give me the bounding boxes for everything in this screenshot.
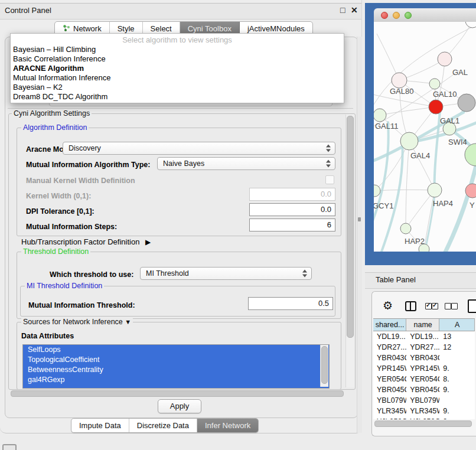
algorithm-option[interactable]: Basic Correlation Inference [11,54,344,64]
settings-hscrollbar-thumb[interactable] [11,390,344,397]
expand-right-icon[interactable]: ▶ [145,238,151,246]
table-row[interactable]: YLR345WYLR345W9. [373,406,475,416]
table-row[interactable]: YJL052CYJL052C9 [373,416,475,419]
mi-type-select[interactable]: Naive Bayes [157,157,335,170]
table-cell: YBR043C [373,353,406,363]
table-row[interactable]: YBL079WYBL079W [373,395,475,406]
network-node[interactable] [438,52,452,66]
aracne-mode-value: Discovery [69,144,101,152]
algorithm-dropdown-list: Select algorithm to view settings Bayesi… [10,33,344,103]
table-cell: YLR345W [406,406,439,416]
network-node[interactable] [374,185,380,197]
network-icon [63,24,70,34]
attributes-scrollbar-thumb[interactable] [321,346,328,384]
minimize-traffic-light-icon[interactable] [393,12,400,19]
column-header[interactable]: A [439,319,475,331]
table-cell: YBR045C [406,384,439,395]
algorithm-option[interactable]: Dream8 DC_TDC Algorithm [11,92,344,102]
tab-label: Network [73,24,102,33]
splitter-handle-icon[interactable] [358,217,361,221]
zoom-traffic-light-icon[interactable] [405,12,412,19]
attributes-scrollbar[interactable] [320,345,328,387]
table-cell: YDL19... [406,331,439,342]
network-canvas[interactable]: GALGAL80GAL10GAL1GAL11SWI4GAL4GCY1HAP4YH… [374,22,476,252]
algorithm-option[interactable]: Mutual Information Inference [11,73,344,83]
network-node[interactable] [400,223,411,234]
algorithm-option[interactable]: Bayesian – Hill Climbing [11,45,344,54]
table-hscrollbar[interactable] [374,420,472,426]
panel-splitter[interactable] [357,37,362,433]
docked-panel-icon[interactable] [2,444,17,450]
node-label: GAL11 [375,122,399,131]
table-header-row: shared...nameA [373,318,475,331]
table-cell: 8. [439,374,475,384]
table-row[interactable]: YDL19...YDL19...13 [373,331,475,342]
data-attributes-list[interactable]: SelfLoopsTopologicalCoefficientBetweenne… [22,344,330,389]
gear-icon[interactable]: ⚙ [383,300,393,311]
network-node[interactable] [428,183,442,197]
network-node[interactable] [429,100,443,114]
sources-group-title[interactable]: Sources for Network Inference ▼ [21,318,133,326]
close-traffic-light-icon[interactable] [381,12,388,19]
network-window-titlebar[interactable] [374,8,476,22]
settings-scrollbar-thumb[interactable] [347,116,354,338]
kernel-width-field[interactable]: 0.0 [249,188,335,201]
collapse-down-icon[interactable]: ▼ [125,318,131,325]
algorithm-option[interactable]: ARACNE Algorithm [11,64,344,73]
network-node[interactable] [458,94,475,112]
hub-section-header[interactable]: Hub/Transcription Factor Definition ▶ [21,237,151,246]
unchecked-pair-icon[interactable] [445,302,458,311]
tab-discretize-data[interactable]: Discretize Data [129,419,197,432]
table-row[interactable]: YBR043CYBR043C [373,353,475,363]
dpi-tolerance-field[interactable]: 0.0 [249,203,335,216]
table-panel-title: Table Panel [376,275,416,284]
aracne-mode-select[interactable]: Discovery [63,142,335,155]
table-cell: YJL052C [406,416,439,419]
which-threshold-label: Which threshold to use: [50,270,133,279]
manual-kernel-checkbox[interactable] [325,175,334,184]
table-row[interactable]: YBR045CYBR045C9. [373,384,475,395]
which-threshold-select[interactable]: MI Threshold [140,267,312,280]
settings-hscrollbar[interactable] [9,390,345,396]
tab-label: Style [118,24,135,33]
network-node[interactable] [465,22,476,28]
columns-icon[interactable] [405,301,416,311]
close-icon[interactable]: ✕ [351,5,358,15]
tab-infer-network[interactable]: Infer Network [197,419,258,432]
settings-scrollbar[interactable] [345,115,354,387]
column-header[interactable]: shared... [373,319,406,331]
table-cell: 12 [439,342,475,353]
network-node[interactable] [374,109,386,122]
node-label: HAP2 [405,237,425,246]
apply-button[interactable]: Apply [158,399,201,413]
table-hscrollbar-thumb[interactable] [374,420,472,427]
table-cell: YDL19... [373,331,406,342]
table-cell [439,395,475,406]
attribute-item[interactable]: BetweennessCentrality [23,365,329,375]
network-graph: GALGAL80GAL10GAL1GAL11SWI4GAL4GCY1HAP4YH… [374,22,476,252]
table-row[interactable]: YDR27...YDR27...12 [373,342,475,353]
attribute-item[interactable]: TopologicalCoefficient [23,355,329,365]
attribute-item[interactable]: gal4RGexp [23,375,329,385]
attribute-item[interactable]: SelfLoops [23,345,329,355]
network-node[interactable] [429,79,440,89]
stepper-arrows-icon [302,270,308,278]
tab-label: Impute Data [79,421,121,430]
table-row[interactable]: YER054CYER054C8. [373,374,475,384]
network-edge-highlighted [374,122,389,230]
table-row[interactable]: YPR145WYPR145W9. [373,363,475,374]
network-node[interactable] [465,144,476,166]
column-header[interactable]: name [406,319,439,331]
table-cell [439,353,475,363]
network-node[interactable] [392,73,407,88]
mi-threshold-field[interactable]: 0.5 [248,297,333,310]
network-node[interactable] [400,132,418,150]
which-threshold-value: MI Threshold [146,269,189,278]
float-window-icon[interactable]: □ [340,5,345,15]
table-cell: YBL079W [406,395,439,406]
algorithm-option[interactable]: Bayesian – K2 [11,83,344,92]
checked-pair-icon[interactable] [425,302,438,311]
document-icon[interactable] [468,299,476,313]
mi-steps-field[interactable]: 6 [249,219,335,231]
tab-impute-data[interactable]: Impute Data [71,419,129,432]
